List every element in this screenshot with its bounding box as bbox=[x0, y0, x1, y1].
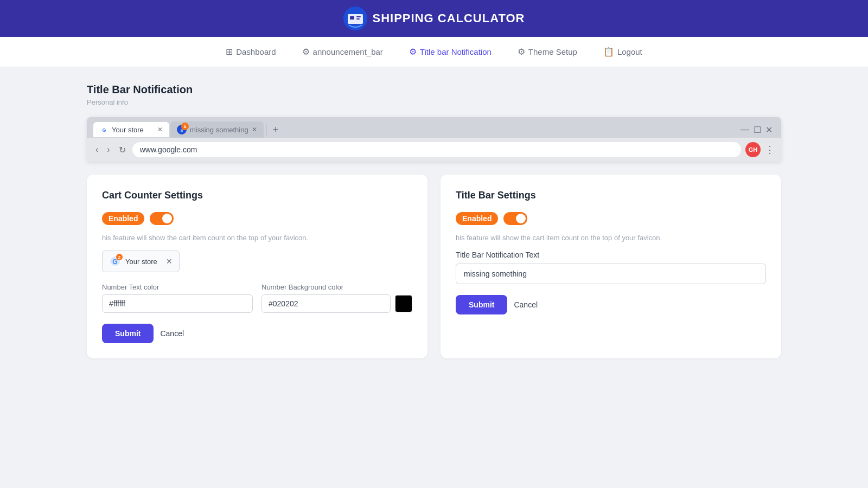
minimize-icon[interactable]: — bbox=[741, 125, 749, 135]
main-content: Title Bar Notification Personal info G Y… bbox=[65, 67, 803, 375]
cart-enabled-label: Enabled bbox=[102, 212, 144, 225]
announcement-icon: ⚙ bbox=[302, 47, 310, 57]
color-form-row: Number Text color Number Background colo… bbox=[102, 283, 412, 313]
favicon-preview: G 2 Your store ✕ bbox=[102, 251, 180, 272]
svg-rect-2 bbox=[350, 16, 354, 20]
cart-counter-toggle-row: Enabled bbox=[102, 212, 412, 225]
cart-feature-desc: his feature will show the cart item coun… bbox=[102, 234, 412, 242]
page-subtitle: Personal info bbox=[87, 98, 781, 106]
svg-text:G: G bbox=[102, 127, 106, 133]
bg-color-input[interactable] bbox=[261, 294, 391, 313]
text-color-input-row bbox=[102, 294, 253, 313]
url-bar[interactable] bbox=[132, 142, 741, 157]
tab2-close[interactable]: ✕ bbox=[252, 126, 257, 133]
refresh-button[interactable]: ↻ bbox=[117, 144, 128, 156]
tab2-favicon: S 5 bbox=[177, 125, 187, 134]
nav-announcement-label: announcement_bar bbox=[313, 47, 383, 56]
cart-counter-title: Cart Counter Settings bbox=[102, 190, 412, 201]
text-color-group: Number Text color bbox=[102, 283, 253, 313]
browser-tab-2[interactable]: S 5 missing something ✕ bbox=[170, 121, 264, 138]
cart-cancel-button[interactable]: Cancel bbox=[160, 329, 184, 338]
nav-dashboard-label: Dashboard bbox=[236, 47, 276, 56]
browser-tabs: G Your store ✕ S 5 missing something ✕ bbox=[87, 117, 781, 138]
browser-avatar: GH bbox=[745, 142, 761, 157]
svg-rect-4 bbox=[356, 18, 360, 20]
favicon-preview-close[interactable]: ✕ bbox=[166, 257, 173, 266]
bg-color-swatch[interactable] bbox=[395, 295, 412, 312]
app-header: Shipping Calculator bbox=[0, 0, 868, 37]
settings-panels: Cart Counter Settings Enabled his featur… bbox=[87, 175, 781, 358]
titlebar-enabled-label: Enabled bbox=[456, 212, 498, 225]
titlebar-toggle-row: Enabled bbox=[456, 212, 766, 225]
titlebar-enabled-toggle[interactable] bbox=[503, 212, 527, 225]
cart-btn-row: Submit Cancel bbox=[102, 324, 412, 343]
logo-icon bbox=[343, 7, 367, 30]
nav-theme-label: Theme Setup bbox=[528, 47, 577, 56]
browser-addressbar: ‹ › ↻ GH ⋮ bbox=[87, 138, 781, 162]
titlebar-cancel-button[interactable]: Cancel bbox=[514, 300, 538, 309]
bg-color-input-row bbox=[261, 294, 412, 313]
logo: Shipping Calculator bbox=[343, 7, 525, 30]
titlebar-feature-desc: his feature will show the cart item coun… bbox=[456, 234, 766, 242]
cart-submit-button[interactable]: Submit bbox=[102, 324, 154, 343]
tab1-label: Your store bbox=[112, 126, 144, 134]
nav-theme-setup[interactable]: ⚙ Theme Setup bbox=[518, 47, 577, 57]
notification-text-label: Title Bar Notification Text bbox=[456, 251, 766, 259]
maximize-icon[interactable]: ☐ bbox=[754, 125, 761, 135]
tab-add-button[interactable]: + bbox=[269, 122, 283, 138]
text-color-input[interactable] bbox=[102, 294, 253, 313]
window-controls: — ☐ ✕ bbox=[741, 125, 775, 135]
forward-button[interactable]: › bbox=[105, 144, 112, 156]
app-title: Shipping Calculator bbox=[373, 11, 525, 25]
title-bar-panel: Title Bar Settings Enabled his feature w… bbox=[441, 175, 781, 358]
nav-dashboard[interactable]: ⊞ Dashboard bbox=[226, 47, 276, 57]
text-color-label: Number Text color bbox=[102, 283, 253, 291]
logout-icon: 📋 bbox=[603, 47, 614, 57]
tab1-favicon: G bbox=[100, 125, 108, 134]
nav-announcement-bar[interactable]: ⚙ announcement_bar bbox=[302, 47, 383, 57]
favicon-preview-icon: G 2 bbox=[109, 255, 121, 267]
browser-menu-icon[interactable]: ⋮ bbox=[765, 144, 775, 156]
tab2-label: missing something bbox=[190, 126, 248, 134]
bg-color-group: Number Background color bbox=[261, 283, 412, 313]
bg-color-label: Number Background color bbox=[261, 283, 412, 291]
titlebar-icon: ⚙ bbox=[409, 47, 417, 57]
svg-rect-3 bbox=[356, 16, 361, 17]
theme-icon: ⚙ bbox=[518, 47, 525, 57]
titlebar-submit-button[interactable]: Submit bbox=[456, 295, 507, 314]
tab1-close[interactable]: ✕ bbox=[157, 126, 163, 133]
nav-titlebar-label: Title bar Notification bbox=[420, 47, 492, 56]
tab-separator bbox=[266, 124, 266, 135]
nav-title-bar[interactable]: ⚙ Title bar Notification bbox=[409, 47, 492, 57]
tab2-badge: 5 bbox=[181, 123, 189, 130]
favicon-preview-label: Your store bbox=[125, 258, 157, 266]
cart-enabled-toggle[interactable] bbox=[150, 212, 174, 225]
titlebar-btn-row: Submit Cancel bbox=[456, 295, 766, 314]
main-nav: ⊞ Dashboard ⚙ announcement_bar ⚙ Title b… bbox=[0, 37, 868, 67]
browser-mockup: G Your store ✕ S 5 missing something ✕ bbox=[87, 117, 781, 162]
notification-text-input[interactable] bbox=[456, 264, 766, 284]
close-icon[interactable]: ✕ bbox=[765, 125, 773, 135]
title-bar-title: Title Bar Settings bbox=[456, 190, 766, 201]
browser-tab-1[interactable]: G Your store ✕ bbox=[93, 122, 169, 137]
back-button[interactable]: ‹ bbox=[93, 144, 100, 156]
nav-logout-label: Logout bbox=[617, 47, 642, 56]
cart-counter-panel: Cart Counter Settings Enabled his featur… bbox=[87, 175, 427, 358]
dashboard-icon: ⊞ bbox=[226, 47, 233, 57]
favicon-counter: 2 bbox=[116, 254, 123, 260]
page-title: Title Bar Notification bbox=[87, 84, 781, 96]
nav-logout[interactable]: 📋 Logout bbox=[603, 47, 642, 57]
